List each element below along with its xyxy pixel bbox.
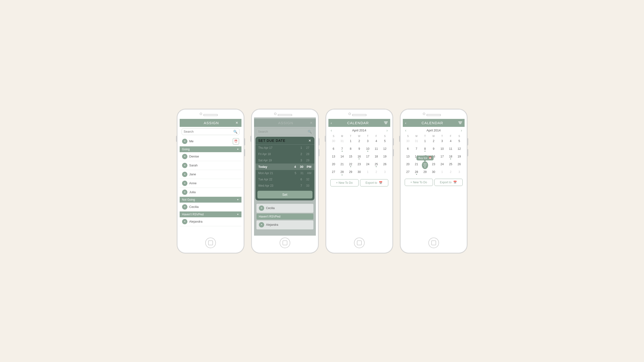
home-btn-3[interactable] (354, 238, 364, 248)
cal4-cell-13[interactable]: 13 (404, 154, 412, 161)
cal4-cell-11[interactable]: 11 (446, 146, 455, 154)
cal-cell-21[interactable]: 21 (338, 161, 346, 169)
cal4-cell-7[interactable]: 7 (412, 146, 421, 154)
going-section-1[interactable]: Going ▼ (180, 146, 242, 152)
cal4-cell-30b[interactable]: 30 (429, 169, 438, 177)
alarm-icon-1[interactable]: ⏰ (233, 138, 239, 145)
due-row-0[interactable]: Thu Apr 17 1 27 (256, 145, 314, 151)
cal4-cell-30a[interactable]: 30 (404, 138, 412, 146)
cal4-cell-28[interactable]: 28 (412, 169, 421, 177)
due-row-5[interactable]: Tue Apr 22 6 32 (256, 176, 314, 182)
sarah-item[interactable]: Sarah (180, 161, 242, 170)
cal4-cell-3b[interactable]: 3 (455, 169, 464, 177)
cal4-cell-2b[interactable]: 2 (446, 169, 455, 177)
not-going-section-1[interactable]: Not Going ▼ (180, 197, 242, 202)
cal-cell-17[interactable]: 17 (364, 154, 372, 161)
cal-cell-15[interactable]: 15 (346, 154, 355, 161)
close-btn-1[interactable]: ✕ (236, 121, 238, 125)
cal-next-4[interactable]: › (461, 128, 462, 133)
jane-item[interactable]: Jane (180, 170, 242, 179)
cal-cell-29[interactable]: 29 (346, 169, 355, 177)
havent-rsvped-section-1[interactable]: Haven't RSVPed ▼ (180, 211, 242, 217)
due-date-close[interactable]: ✕ (308, 139, 312, 143)
cal4-cell-10[interactable]: 10 (438, 146, 446, 154)
cal4-cell-1[interactable]: 1 (421, 138, 429, 146)
due-row-6[interactable]: Wed Apr 23 7 33 (256, 182, 314, 189)
cal-cell-28[interactable]: 28★ (338, 169, 346, 177)
cal-cell-20[interactable]: 20 (329, 161, 338, 169)
cal4-cell-8[interactable]: 8 (421, 146, 429, 154)
cal-cell-4[interactable]: 4 (372, 138, 380, 146)
cal4-cell-17[interactable]: 17 (438, 154, 446, 161)
cal-cell-14[interactable]: 14 (338, 154, 346, 161)
anne-item[interactable]: Anne (180, 179, 242, 188)
cal4-cell-18[interactable]: 18 (446, 154, 455, 161)
cal4-cell-20[interactable]: 20 (404, 161, 412, 169)
cal4-cell-21[interactable]: 21 (412, 161, 421, 169)
cal4-cell-3[interactable]: 3 (438, 138, 446, 146)
cal4-cell-9[interactable]: 9 (429, 146, 438, 154)
due-row-today[interactable]: Today 4 30 PM (256, 164, 314, 170)
cal-cell-8[interactable]: 8 (346, 146, 355, 154)
cal-cell-3b[interactable]: 3 (380, 169, 389, 177)
cal4-cell-22[interactable]: 22 (422, 161, 428, 169)
cal-cell-6[interactable]: 6 (329, 146, 338, 154)
cal-cell-16[interactable]: 16 (355, 154, 364, 161)
cal-cell-5[interactable]: 5 (380, 138, 389, 146)
cecilia-item[interactable]: Cecilia (180, 202, 242, 211)
cal-back-btn-3[interactable]: ‹ (331, 121, 332, 125)
search-bar-1[interactable]: 🔍 (182, 128, 240, 135)
cal-cell-9[interactable]: 9 (355, 146, 364, 154)
cal4-cell-6[interactable]: 6 (404, 146, 412, 154)
cal4-cell-4[interactable]: 4 (446, 138, 455, 146)
cal-cell-18[interactable]: 18 (372, 154, 380, 161)
cal-cell-12[interactable]: 12 (380, 146, 389, 154)
denise-item[interactable]: Denise (180, 152, 242, 161)
cal4-cell-24[interactable]: 24 (438, 161, 446, 169)
cal-cell-30a[interactable]: 30 (329, 138, 338, 146)
cal4-cell-1b[interactable]: 1 (438, 169, 446, 177)
alejandra-item[interactable]: Alejandra (180, 217, 242, 226)
filter-icon-4[interactable] (458, 122, 462, 124)
cal-back-btn-4[interactable]: ‹ (405, 121, 407, 125)
me-item-1[interactable]: Me ⏰ (180, 137, 242, 146)
due-row-2[interactable]: Sat Apr 19 3 29 (256, 157, 314, 164)
cal4-cell-29[interactable]: 29 (421, 169, 429, 177)
cal4-cell-5[interactable]: 5 (455, 138, 464, 146)
cal4-cell-23[interactable]: 23 (429, 161, 438, 169)
home-btn-1[interactable] (205, 238, 216, 248)
cal4-cell-19[interactable]: 19 (455, 154, 464, 161)
due-row-4[interactable]: Mon Apr 21 5 31 AM (256, 170, 314, 176)
filter-icon-3[interactable] (384, 122, 388, 124)
cal-cell-2b[interactable]: 2 (372, 169, 380, 177)
cal-cell-13[interactable]: 13 (329, 154, 338, 161)
search-input-1[interactable] (184, 130, 233, 133)
cal-cell-25[interactable]: 25 (372, 161, 380, 169)
new-todo-btn-4[interactable]: + New To Do (405, 179, 433, 186)
cal-prev-4[interactable]: ‹ (405, 128, 406, 133)
home-btn-4[interactable] (428, 238, 439, 248)
export-btn-3[interactable]: Export to 📅 (360, 179, 388, 186)
cal-cell-26[interactable]: 26 (380, 161, 389, 169)
cal-cell-7[interactable]: 7 (338, 146, 346, 154)
cal-cell-3[interactable]: 3 (364, 138, 372, 146)
cal-cell-1[interactable]: 1 (346, 138, 355, 146)
cal-cell-11[interactable]: 11 (372, 146, 380, 154)
julia-item[interactable]: Julia (180, 188, 242, 197)
cal-prev-3[interactable]: ‹ (331, 128, 332, 133)
cal-cell-10[interactable]: 10 (364, 146, 372, 154)
cal4-cell-2[interactable]: 2 (429, 138, 438, 146)
cal4-cell-31a[interactable]: 31 (412, 138, 421, 146)
cal-cell-19[interactable]: 19 (380, 154, 389, 161)
new-todo-btn-3[interactable]: + New To Do (330, 179, 358, 186)
set-button[interactable]: Set (258, 191, 312, 198)
home-btn-2[interactable] (280, 238, 290, 248)
cal-cell-31a[interactable]: 31 (338, 138, 346, 146)
cal-cell-27[interactable]: 27 (329, 169, 338, 177)
cal-cell-22[interactable]: 22 (346, 161, 355, 169)
cal-cell-1b[interactable]: 1 (364, 169, 372, 177)
cal-cell-23[interactable]: 23 (355, 161, 364, 169)
cal4-cell-25[interactable]: 25 (446, 161, 455, 169)
cal-cell-30b[interactable]: 30 (355, 169, 364, 177)
cal4-cell-12[interactable]: 12 (455, 146, 464, 154)
